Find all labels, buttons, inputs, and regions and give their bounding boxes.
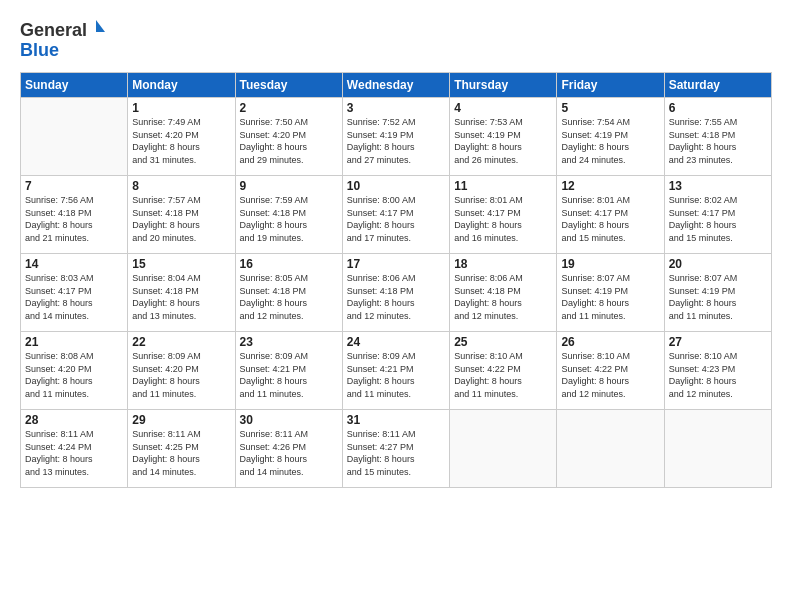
day-info: Sunrise: 7:57 AMSunset: 4:18 PMDaylight:… [132,194,230,244]
page: General Blue SundayMondayTuesdayWednesda… [0,0,792,612]
day-info: Sunrise: 8:08 AMSunset: 4:20 PMDaylight:… [25,350,123,400]
day-number: 30 [240,413,338,427]
header-day-tuesday: Tuesday [235,73,342,98]
day-number: 14 [25,257,123,271]
day-info: Sunrise: 8:04 AMSunset: 4:18 PMDaylight:… [132,272,230,322]
calendar-cell [450,410,557,488]
day-number: 10 [347,179,445,193]
calendar-cell: 20Sunrise: 8:07 AMSunset: 4:19 PMDayligh… [664,254,771,332]
day-number: 12 [561,179,659,193]
calendar-cell: 4Sunrise: 7:53 AMSunset: 4:19 PMDaylight… [450,98,557,176]
day-info: Sunrise: 7:55 AMSunset: 4:18 PMDaylight:… [669,116,767,166]
calendar-cell: 24Sunrise: 8:09 AMSunset: 4:21 PMDayligh… [342,332,449,410]
day-info: Sunrise: 8:10 AMSunset: 4:22 PMDaylight:… [561,350,659,400]
day-info: Sunrise: 8:07 AMSunset: 4:19 PMDaylight:… [669,272,767,322]
calendar-cell: 25Sunrise: 8:10 AMSunset: 4:22 PMDayligh… [450,332,557,410]
calendar-week-row: 1Sunrise: 7:49 AMSunset: 4:20 PMDaylight… [21,98,772,176]
calendar-cell: 9Sunrise: 7:59 AMSunset: 4:18 PMDaylight… [235,176,342,254]
calendar-cell: 23Sunrise: 8:09 AMSunset: 4:21 PMDayligh… [235,332,342,410]
day-number: 20 [669,257,767,271]
day-info: Sunrise: 8:09 AMSunset: 4:21 PMDaylight:… [240,350,338,400]
calendar-cell: 29Sunrise: 8:11 AMSunset: 4:25 PMDayligh… [128,410,235,488]
calendar-cell: 8Sunrise: 7:57 AMSunset: 4:18 PMDaylight… [128,176,235,254]
day-number: 11 [454,179,552,193]
day-info: Sunrise: 8:06 AMSunset: 4:18 PMDaylight:… [347,272,445,322]
day-info: Sunrise: 8:11 AMSunset: 4:27 PMDaylight:… [347,428,445,478]
calendar-cell: 7Sunrise: 7:56 AMSunset: 4:18 PMDaylight… [21,176,128,254]
header-day-friday: Friday [557,73,664,98]
calendar-cell: 15Sunrise: 8:04 AMSunset: 4:18 PMDayligh… [128,254,235,332]
day-info: Sunrise: 8:07 AMSunset: 4:19 PMDaylight:… [561,272,659,322]
day-info: Sunrise: 7:59 AMSunset: 4:18 PMDaylight:… [240,194,338,244]
day-info: Sunrise: 7:50 AMSunset: 4:20 PMDaylight:… [240,116,338,166]
calendar-cell: 3Sunrise: 7:52 AMSunset: 4:19 PMDaylight… [342,98,449,176]
day-info: Sunrise: 8:06 AMSunset: 4:18 PMDaylight:… [454,272,552,322]
calendar-cell: 21Sunrise: 8:08 AMSunset: 4:20 PMDayligh… [21,332,128,410]
calendar-cell: 5Sunrise: 7:54 AMSunset: 4:19 PMDaylight… [557,98,664,176]
svg-marker-1 [96,20,105,32]
day-number: 2 [240,101,338,115]
calendar-cell: 31Sunrise: 8:11 AMSunset: 4:27 PMDayligh… [342,410,449,488]
calendar-cell: 12Sunrise: 8:01 AMSunset: 4:17 PMDayligh… [557,176,664,254]
calendar-cell [21,98,128,176]
day-number: 19 [561,257,659,271]
calendar-cell: 18Sunrise: 8:06 AMSunset: 4:18 PMDayligh… [450,254,557,332]
day-number: 21 [25,335,123,349]
header-day-saturday: Saturday [664,73,771,98]
logo: General Blue [20,16,110,64]
calendar-table: SundayMondayTuesdayWednesdayThursdayFrid… [20,72,772,488]
day-number: 26 [561,335,659,349]
day-number: 29 [132,413,230,427]
day-info: Sunrise: 8:00 AMSunset: 4:17 PMDaylight:… [347,194,445,244]
day-number: 22 [132,335,230,349]
day-info: Sunrise: 7:52 AMSunset: 4:19 PMDaylight:… [347,116,445,166]
calendar-cell: 16Sunrise: 8:05 AMSunset: 4:18 PMDayligh… [235,254,342,332]
calendar-cell: 10Sunrise: 8:00 AMSunset: 4:17 PMDayligh… [342,176,449,254]
day-number: 15 [132,257,230,271]
day-number: 18 [454,257,552,271]
calendar-cell: 19Sunrise: 8:07 AMSunset: 4:19 PMDayligh… [557,254,664,332]
day-number: 6 [669,101,767,115]
day-info: Sunrise: 8:11 AMSunset: 4:25 PMDaylight:… [132,428,230,478]
day-number: 27 [669,335,767,349]
day-number: 13 [669,179,767,193]
svg-text:General: General [20,20,87,40]
calendar-cell [557,410,664,488]
day-info: Sunrise: 8:10 AMSunset: 4:22 PMDaylight:… [454,350,552,400]
day-info: Sunrise: 8:05 AMSunset: 4:18 PMDaylight:… [240,272,338,322]
svg-text:Blue: Blue [20,40,59,60]
day-number: 4 [454,101,552,115]
header-day-sunday: Sunday [21,73,128,98]
day-info: Sunrise: 8:09 AMSunset: 4:21 PMDaylight:… [347,350,445,400]
day-info: Sunrise: 8:01 AMSunset: 4:17 PMDaylight:… [454,194,552,244]
calendar-cell: 28Sunrise: 8:11 AMSunset: 4:24 PMDayligh… [21,410,128,488]
calendar-cell: 26Sunrise: 8:10 AMSunset: 4:22 PMDayligh… [557,332,664,410]
calendar-cell: 6Sunrise: 7:55 AMSunset: 4:18 PMDaylight… [664,98,771,176]
calendar-cell: 2Sunrise: 7:50 AMSunset: 4:20 PMDaylight… [235,98,342,176]
calendar-cell: 1Sunrise: 7:49 AMSunset: 4:20 PMDaylight… [128,98,235,176]
day-number: 9 [240,179,338,193]
day-info: Sunrise: 8:02 AMSunset: 4:17 PMDaylight:… [669,194,767,244]
day-number: 23 [240,335,338,349]
calendar-cell: 17Sunrise: 8:06 AMSunset: 4:18 PMDayligh… [342,254,449,332]
day-info: Sunrise: 8:09 AMSunset: 4:20 PMDaylight:… [132,350,230,400]
day-number: 8 [132,179,230,193]
header-day-wednesday: Wednesday [342,73,449,98]
day-info: Sunrise: 7:53 AMSunset: 4:19 PMDaylight:… [454,116,552,166]
calendar-week-row: 28Sunrise: 8:11 AMSunset: 4:24 PMDayligh… [21,410,772,488]
day-number: 3 [347,101,445,115]
calendar-header-row: SundayMondayTuesdayWednesdayThursdayFrid… [21,73,772,98]
day-info: Sunrise: 8:11 AMSunset: 4:26 PMDaylight:… [240,428,338,478]
calendar-cell: 14Sunrise: 8:03 AMSunset: 4:17 PMDayligh… [21,254,128,332]
day-number: 31 [347,413,445,427]
calendar-cell: 13Sunrise: 8:02 AMSunset: 4:17 PMDayligh… [664,176,771,254]
day-info: Sunrise: 8:03 AMSunset: 4:17 PMDaylight:… [25,272,123,322]
calendar-cell: 30Sunrise: 8:11 AMSunset: 4:26 PMDayligh… [235,410,342,488]
day-info: Sunrise: 7:56 AMSunset: 4:18 PMDaylight:… [25,194,123,244]
header: General Blue [20,16,772,64]
calendar-cell: 11Sunrise: 8:01 AMSunset: 4:17 PMDayligh… [450,176,557,254]
day-number: 28 [25,413,123,427]
calendar-cell: 22Sunrise: 8:09 AMSunset: 4:20 PMDayligh… [128,332,235,410]
day-info: Sunrise: 8:01 AMSunset: 4:17 PMDaylight:… [561,194,659,244]
day-info: Sunrise: 7:54 AMSunset: 4:19 PMDaylight:… [561,116,659,166]
